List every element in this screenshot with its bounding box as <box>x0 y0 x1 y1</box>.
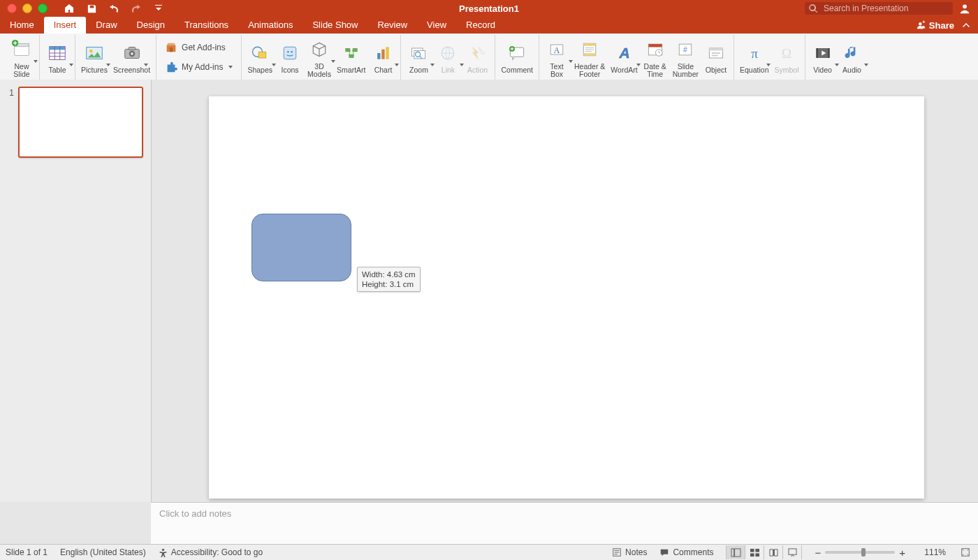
tab-view[interactable]: View <box>417 17 456 34</box>
object-button[interactable]: Object <box>704 40 728 74</box>
slide-count[interactable]: Slide 1 of 1 <box>6 547 48 557</box>
tab-transitions[interactable]: Transitions <box>175 17 238 34</box>
video-icon <box>813 43 833 63</box>
reading-view-button[interactable] <box>764 545 782 559</box>
tab-record[interactable]: Record <box>456 17 505 34</box>
account-button[interactable] <box>958 2 971 15</box>
shapes-icon <box>250 43 270 63</box>
smartart-button[interactable]: SmartArt <box>337 40 365 74</box>
undo-icon[interactable] <box>108 2 120 15</box>
thumbnail-index: 1 <box>3 87 14 98</box>
zoom-button[interactable]: Zoom <box>407 40 430 74</box>
slideshow-view-button[interactable] <box>782 545 802 559</box>
smartart-icon <box>342 43 361 63</box>
rounded-rectangle-shape[interactable] <box>251 214 351 281</box>
table-label: Table <box>48 66 66 74</box>
get-addins-button[interactable]: Get Add-ins <box>162 39 235 56</box>
pictures-button[interactable]: Pictures <box>81 40 108 74</box>
slide-number-label: Slide Number <box>673 63 699 78</box>
tab-slideshow[interactable]: Slide Show <box>302 17 367 34</box>
svg-rect-37 <box>583 53 596 56</box>
header-footer-button[interactable]: Header & Footer <box>574 37 605 78</box>
minimize-window-button[interactable] <box>22 3 32 13</box>
symbol-icon: Ω <box>777 43 796 63</box>
link-button: Link <box>436 40 460 74</box>
svg-rect-22 <box>353 48 358 52</box>
symbol-button: Ω Symbol <box>774 40 798 74</box>
date-time-button[interactable]: Date & Time <box>643 37 667 78</box>
share-label: Share <box>929 20 954 31</box>
tab-draw[interactable]: Draw <box>86 17 126 34</box>
ribbon-tabs: Home Insert Draw Design Transitions Anim… <box>0 17 978 34</box>
home-icon[interactable] <box>63 2 75 15</box>
svg-rect-47 <box>712 55 718 57</box>
redo-icon[interactable] <box>130 2 143 15</box>
tab-design[interactable]: Design <box>127 17 175 34</box>
slide-thumbnails-panel[interactable]: 1 <box>0 80 152 502</box>
tab-animations[interactable]: Animations <box>238 17 302 34</box>
sorter-view-button[interactable] <box>745 545 764 559</box>
close-window-button[interactable] <box>7 3 17 13</box>
qat-customize-icon[interactable] <box>152 2 165 15</box>
slide-thumbnail-1[interactable] <box>18 87 143 158</box>
chart-button[interactable]: Chart <box>371 40 395 74</box>
audio-button[interactable]: Audio <box>840 40 864 74</box>
accessibility-status[interactable]: Accessibility: Good to go <box>159 547 263 557</box>
shapes-button[interactable]: Shapes <box>247 40 272 74</box>
accessibility-icon <box>159 548 168 557</box>
zoom-window-button[interactable] <box>38 3 48 13</box>
normal-view-button[interactable] <box>726 545 745 559</box>
save-icon[interactable] <box>85 2 98 15</box>
equation-button[interactable]: π Equation <box>740 40 768 74</box>
thumbnail-row: 1 <box>0 87 151 158</box>
view-buttons <box>726 545 802 559</box>
fit-to-window-button[interactable] <box>958 545 972 559</box>
tab-home[interactable]: Home <box>0 17 44 34</box>
svg-rect-57 <box>750 548 754 552</box>
ribbon: New Slide Table <box>0 34 978 82</box>
date-time-label: Date & Time <box>644 63 666 78</box>
header-footer-label: Header & Footer <box>574 63 605 78</box>
search-icon <box>809 4 818 13</box>
action-button: Action <box>465 40 489 74</box>
notes-pane[interactable]: Click to add notes <box>151 502 978 545</box>
new-slide-button[interactable]: New Slide <box>10 37 34 78</box>
video-button[interactable]: Video <box>811 40 835 74</box>
window-controls <box>0 3 48 13</box>
wordart-button[interactable]: A WordArt <box>611 40 637 74</box>
zoom-percent[interactable]: 111% <box>918 547 946 557</box>
zoom-slider[interactable] <box>825 551 895 554</box>
icons-button[interactable]: Icons <box>278 40 302 74</box>
comment-label: Comment <box>501 66 533 74</box>
tab-insert[interactable]: Insert <box>44 17 87 34</box>
tab-review[interactable]: Review <box>367 17 417 34</box>
slide-number-button[interactable]: # Slide Number <box>673 37 699 78</box>
my-addins-button[interactable]: My Add-ins <box>162 59 235 75</box>
icons-label: Icons <box>281 66 298 74</box>
svg-rect-26 <box>386 47 389 59</box>
3d-models-button[interactable]: 3D Models <box>307 37 331 78</box>
table-button[interactable]: Table <box>45 40 69 74</box>
search-input[interactable] <box>822 3 949 14</box>
svg-rect-56 <box>735 548 740 556</box>
svg-rect-51 <box>816 48 818 58</box>
notes-toggle[interactable]: Notes <box>612 547 647 557</box>
zoom-out-button[interactable]: − <box>815 547 821 559</box>
svg-point-20 <box>291 51 293 53</box>
zoom-icon <box>409 43 428 63</box>
text-box-label: Text Box <box>550 63 563 78</box>
slide-canvas-area[interactable]: Width: 4.63 cm Height: 3.1 cm <box>152 80 978 502</box>
comments-toggle[interactable]: Comments <box>659 547 713 557</box>
screenshot-button[interactable]: Screenshot <box>113 40 150 74</box>
zoom-slider-thumb[interactable] <box>861 548 866 557</box>
comment-button[interactable]: Comment <box>501 40 533 74</box>
collapse-ribbon-button[interactable] <box>958 17 974 33</box>
language-status[interactable]: English (United States) <box>60 547 146 557</box>
slide[interactable]: Width: 4.63 cm Height: 3.1 cm <box>209 96 924 499</box>
search-box[interactable] <box>805 2 953 15</box>
group-media: Video Audio <box>805 35 870 80</box>
zoom-in-button[interactable]: + <box>899 547 905 559</box>
share-button[interactable]: + Share <box>917 20 954 31</box>
text-box-button[interactable]: A Text Box <box>545 37 569 78</box>
svg-rect-17 <box>258 52 266 58</box>
